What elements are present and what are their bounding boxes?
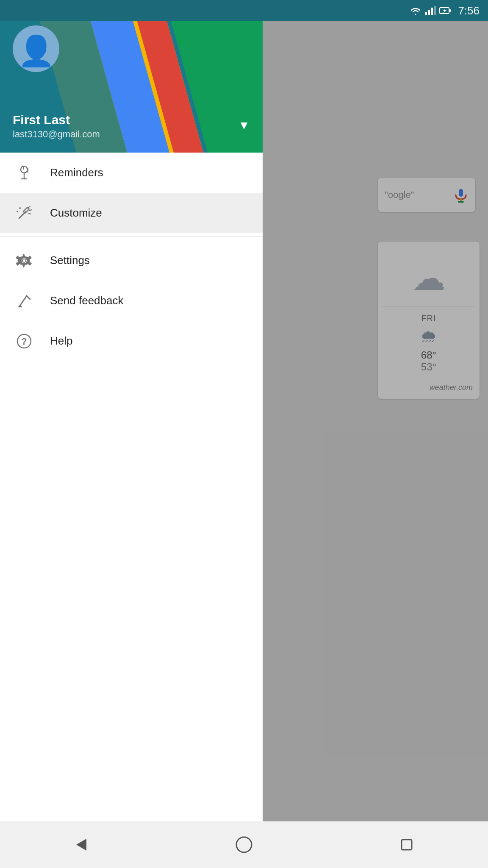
svg-rect-32 bbox=[449, 9, 451, 12]
home-button[interactable] bbox=[227, 832, 261, 857]
svg-point-17 bbox=[19, 207, 21, 209]
reminders-label: Reminders bbox=[50, 166, 103, 179]
svg-point-34 bbox=[236, 837, 252, 852]
svg-line-15 bbox=[29, 210, 32, 211]
drawer-header: 👤 First Last last3130@gmail.com ▼ bbox=[0, 0, 263, 153]
menu-item-help[interactable]: ? Help bbox=[0, 321, 263, 361]
help-icon: ? bbox=[14, 331, 35, 352]
signal-icon bbox=[425, 6, 436, 15]
svg-point-18 bbox=[17, 211, 18, 212]
recents-button[interactable] bbox=[390, 832, 424, 857]
menu-divider bbox=[0, 236, 263, 237]
battery-icon bbox=[439, 6, 451, 15]
svg-rect-30 bbox=[434, 6, 436, 15]
svg-rect-35 bbox=[402, 840, 412, 850]
menu-item-settings[interactable]: Settings bbox=[0, 240, 263, 281]
svg-text:?: ? bbox=[21, 336, 27, 347]
user-info: First Last last3130@gmail.com bbox=[13, 113, 100, 140]
user-name: First Last bbox=[13, 113, 100, 127]
menu-item-reminders[interactable]: Reminders bbox=[0, 153, 263, 193]
help-label: Help bbox=[50, 334, 72, 348]
svg-rect-13 bbox=[23, 207, 29, 213]
status-time: 7:56 bbox=[458, 4, 480, 17]
send-feedback-label: Send feedback bbox=[50, 294, 123, 307]
svg-rect-27 bbox=[425, 12, 427, 15]
menu-items: Reminders Customize bbox=[0, 153, 263, 868]
settings-icon bbox=[14, 250, 35, 271]
settings-label: Settings bbox=[50, 254, 90, 267]
customize-label: Customize bbox=[50, 206, 102, 220]
svg-line-16 bbox=[28, 213, 31, 214]
user-email: last3130@gmail.com bbox=[13, 129, 100, 140]
avatar-icon: 👤 bbox=[18, 36, 55, 66]
nav-drawer: 👤 First Last last3130@gmail.com ▼ bbox=[0, 0, 263, 868]
customize-icon bbox=[14, 203, 35, 224]
svg-marker-33 bbox=[76, 839, 86, 851]
feedback-icon bbox=[14, 290, 35, 312]
status-bar: 7:56 bbox=[0, 0, 488, 21]
menu-item-customize[interactable]: Customize bbox=[0, 193, 263, 233]
nav-bar bbox=[0, 821, 488, 868]
menu-item-send-feedback[interactable]: Send feedback bbox=[0, 281, 263, 321]
status-icons: 7:56 bbox=[410, 4, 480, 17]
svg-rect-29 bbox=[431, 8, 433, 15]
account-dropdown-arrow[interactable]: ▼ bbox=[238, 119, 250, 132]
reminder-icon bbox=[14, 162, 35, 184]
avatar[interactable]: 👤 bbox=[13, 25, 59, 72]
back-button[interactable] bbox=[64, 832, 98, 857]
wifi-icon bbox=[410, 6, 421, 15]
svg-rect-28 bbox=[428, 10, 430, 15]
